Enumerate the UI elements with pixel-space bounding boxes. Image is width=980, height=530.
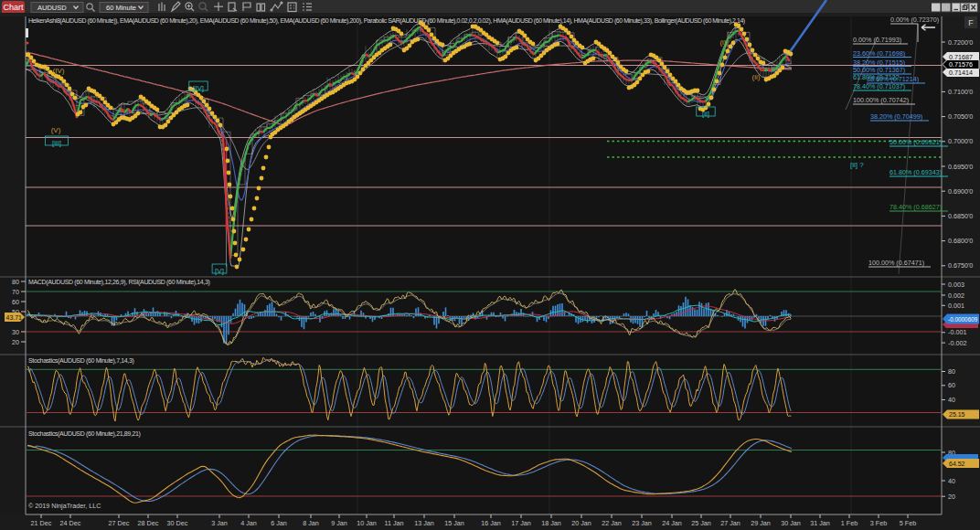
svg-text:24 Jan: 24 Jan — [662, 519, 682, 527]
svg-text:27 Jan: 27 Jan — [720, 519, 740, 527]
svg-text:43.71: 43.71 — [6, 314, 23, 321]
svg-text:0.00% (0.71993): 0.00% (0.71993) — [853, 36, 901, 44]
svg-text:[IV]: [IV] — [193, 84, 204, 92]
svg-text:0.6750'0: 0.6750'0 — [948, 261, 973, 270]
svg-text:24 Dec: 24 Dec — [60, 519, 81, 527]
svg-text:Stochastics(AUDUSD (60 Minute): Stochastics(AUDUSD (60 Minute),7,14,3) — [28, 357, 133, 365]
svg-text:61.80% (0.69343): 61.80% (0.69343) — [889, 168, 942, 176]
svg-text:23 Jan: 23 Jan — [632, 519, 652, 527]
svg-text:0.00% (0.72370): 0.00% (0.72370) — [890, 16, 939, 24]
svg-text:4 Jan: 4 Jan — [240, 519, 257, 527]
svg-text:30 Jan: 30 Jan — [781, 519, 801, 527]
svg-text:(V): (V) — [51, 126, 61, 134]
svg-text:0.002: 0.002 — [948, 292, 964, 300]
svg-text:61.80% (0.7122: 61.80% (0.7122 — [853, 73, 900, 81]
svg-text:25 Jan: 25 Jan — [691, 519, 711, 527]
svg-text:1 Feb: 1 Feb — [841, 519, 858, 527]
svg-text:78.40% (0.71037): 78.40% (0.71037) — [853, 82, 905, 90]
svg-text:0.7000'0: 0.7000'0 — [948, 137, 973, 145]
svg-text:30: 30 — [12, 328, 19, 336]
svg-text:0.6950'0: 0.6950'0 — [948, 163, 973, 171]
svg-text:50.00% (0.69921): 50.00% (0.69921) — [889, 138, 942, 146]
svg-text:0.001: 0.001 — [948, 302, 964, 310]
svg-text:[ii]: [ii] — [702, 110, 709, 118]
svg-text:80: 80 — [12, 278, 19, 286]
svg-text:0.71414: 0.71414 — [949, 69, 973, 77]
svg-text:F: F — [968, 18, 974, 27]
svg-text:20 Jan: 20 Jan — [571, 519, 591, 527]
svg-text:0.7050'0: 0.7050'0 — [948, 112, 973, 121]
svg-text:40: 40 — [948, 396, 955, 404]
svg-text:[ii] ?: [ii] ? — [850, 161, 864, 169]
svg-text:3 Jan: 3 Jan — [211, 519, 228, 527]
svg-text:5 Feb: 5 Feb — [900, 519, 916, 527]
svg-text:0.7100'0: 0.7100'0 — [948, 88, 973, 96]
svg-text:(IV): (IV) — [53, 67, 65, 75]
svg-text:11 Jan: 11 Jan — [384, 519, 403, 527]
svg-text:27 Dec: 27 Dec — [109, 519, 130, 527]
svg-text:0.6900'0: 0.6900'0 — [948, 187, 973, 196]
svg-text:20: 20 — [12, 338, 19, 346]
svg-text:MACD(AUDUSD (60 Minute),12,26,: MACD(AUDUSD (60 Minute),12,26,9), RSI(AU… — [28, 279, 209, 286]
svg-text:60: 60 — [12, 298, 19, 306]
svg-text:0.71576: 0.71576 — [949, 60, 973, 69]
svg-text:60 Minute: 60 Minute — [106, 4, 136, 12]
svg-text:100.00% (0.70742): 100.00% (0.70742) — [853, 96, 909, 104]
svg-text:17 Jan: 17 Jan — [511, 519, 531, 527]
svg-text:40: 40 — [948, 477, 955, 485]
svg-text:20: 20 — [948, 493, 955, 501]
svg-text:31 Jan: 31 Jan — [810, 519, 830, 527]
svg-text:(i): (i) — [719, 38, 726, 47]
svg-text:28 Dec: 28 Dec — [138, 519, 159, 527]
svg-text:100.00% (0.67471): 100.00% (0.67471) — [868, 259, 924, 267]
svg-text:-0.002: -0.002 — [948, 339, 966, 347]
svg-text:70: 70 — [12, 288, 19, 296]
svg-text:29 Jan: 29 Jan — [751, 519, 771, 527]
svg-text:18 Jan: 18 Jan — [541, 519, 561, 527]
svg-text:Stochastics(AUDUSD (60 Minute): Stochastics(AUDUSD (60 Minute),21,89,21) — [28, 430, 141, 438]
svg-text:16 Jan: 16 Jan — [481, 519, 501, 527]
svg-text:22 Jan: 22 Jan — [602, 519, 622, 527]
svg-text:(ii): (ii) — [752, 73, 761, 81]
svg-text:78.40% (0.68627): 78.40% (0.68627) — [889, 203, 942, 211]
svg-text:[V]: [V] — [215, 267, 224, 275]
svg-text:21 Dec: 21 Dec — [31, 519, 52, 527]
svg-text:60: 60 — [948, 381, 955, 389]
svg-text:-0.0000609: -0.0000609 — [948, 316, 978, 323]
svg-text:25.15: 25.15 — [949, 411, 965, 418]
svg-text:9 Jan: 9 Jan — [331, 519, 347, 527]
svg-text:13 Jan: 13 Jan — [414, 519, 434, 527]
svg-text:15 Jan: 15 Jan — [444, 519, 464, 527]
svg-text:23.60% (0.71698): 23.60% (0.71698) — [853, 49, 905, 58]
svg-text:3 Feb: 3 Feb — [870, 519, 887, 527]
svg-text:AUDUSD: AUDUSD — [37, 4, 67, 12]
svg-text:0.003: 0.003 — [948, 281, 964, 289]
svg-text:6 Jan: 6 Jan — [271, 519, 287, 527]
svg-text:-0.001: -0.001 — [948, 328, 966, 336]
svg-text:0.7200'0: 0.7200'0 — [948, 38, 973, 47]
svg-text:© 2019 NinjaTrader, LLC: © 2019 NinjaTrader, LLC — [28, 502, 101, 510]
svg-text:64.52: 64.52 — [949, 461, 965, 467]
svg-text:10 Jan: 10 Jan — [357, 519, 377, 527]
svg-text:HeikenAshi8(AUDUSD (60 Minute): HeikenAshi8(AUDUSD (60 Minute)), EMA(AUD… — [28, 17, 745, 25]
svg-text:Chart: Chart — [3, 3, 24, 12]
svg-text:8 Jan: 8 Jan — [303, 519, 319, 527]
svg-text:80: 80 — [948, 367, 955, 376]
svg-text:[iii]: [iii] — [52, 139, 61, 147]
svg-text:0.6800'0: 0.6800'0 — [948, 237, 973, 245]
svg-text:0.6850'0: 0.6850'0 — [948, 212, 973, 220]
svg-text:38.20% (0.70499): 38.20% (0.70499) — [870, 112, 922, 121]
svg-text:30 Dec: 30 Dec — [167, 519, 188, 527]
